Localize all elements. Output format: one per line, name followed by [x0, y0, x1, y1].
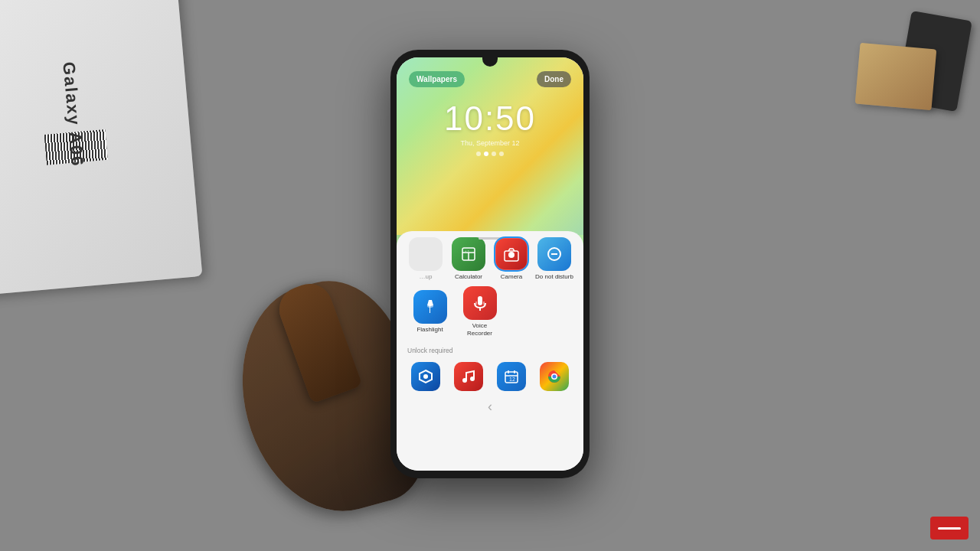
svg-rect-10: [478, 296, 482, 305]
red-badge: [930, 517, 969, 540]
wood-block: [855, 43, 937, 110]
svg-point-25: [553, 374, 557, 378]
smartthings-icon[interactable]: [411, 362, 440, 391]
quick-access-panel: …up + × Calculator: [397, 231, 583, 471]
clock-date: Thu, September 12: [397, 139, 583, 147]
calendar-icon[interactable]: 12: [497, 362, 526, 391]
svg-point-15: [423, 374, 428, 379]
donotdisturb-icon: [537, 237, 571, 271]
unlock-row: Unlock required: [397, 337, 583, 359]
app-item-voice-recorder[interactable]: Voice Recorder: [459, 286, 501, 337]
svg-point-17: [470, 377, 475, 381]
partial-app-label: …up: [420, 273, 433, 281]
done-button[interactable]: Done: [537, 71, 571, 87]
phone-screen: Wallpapers Done 10:50 Thu, September 12: [397, 57, 583, 471]
unlock-text: Unlock required: [407, 347, 453, 354]
badge-line: [938, 527, 961, 530]
flashlight-icon: [413, 290, 447, 324]
app-item-camera[interactable]: Camera: [491, 237, 533, 281]
bottom-nav: ‹: [397, 394, 583, 418]
app-row-2: Flashlight Voice Recorde: [397, 280, 583, 337]
svg-point-16: [462, 378, 467, 383]
back-arrow[interactable]: ‹: [488, 399, 492, 415]
music-icon[interactable]: [454, 362, 483, 391]
dot-4: [499, 152, 504, 156]
chrome-icon[interactable]: [540, 362, 569, 391]
camera-icon: [495, 237, 528, 271]
flashlight-label: Flashlight: [416, 326, 443, 334]
top-action-bar: Wallpapers Done: [397, 71, 583, 87]
page-dots: [397, 152, 583, 156]
app-item-flashlight[interactable]: Flashlight: [409, 290, 451, 334]
calculator-icon: + ×: [452, 237, 485, 271]
voice-recorder-icon: [463, 286, 497, 320]
dot-3: [492, 152, 496, 156]
partial-app-icon: [409, 237, 443, 271]
clock-time: 10:50: [397, 99, 583, 138]
dot-1: [476, 152, 481, 156]
voice-recorder-label: Voice Recorder: [467, 322, 492, 337]
app-item-calculator[interactable]: + × Calculator: [448, 237, 490, 281]
product-box: Galaxy A06: [0, 0, 202, 296]
partial-app[interactable]: …up: [405, 237, 447, 281]
right-items: [827, 0, 980, 230]
camera-label: Camera: [501, 273, 522, 281]
locked-app-row: 12: [397, 359, 583, 394]
clock-area: 10:50 Thu, September 12: [397, 99, 583, 156]
svg-text:×: ×: [468, 248, 470, 252]
app-item-donotdisturb[interactable]: Do not disturb: [534, 237, 576, 281]
calculator-label: Calculator: [455, 273, 482, 281]
phone: Wallpapers Done 10:50 Thu, September 12: [390, 50, 590, 478]
dot-2: [484, 152, 488, 156]
svg-point-9: [427, 305, 433, 308]
wallpapers-button[interactable]: Wallpapers: [409, 71, 465, 87]
svg-text:12: 12: [509, 377, 515, 382]
donotdisturb-label: Do not disturb: [535, 273, 573, 281]
